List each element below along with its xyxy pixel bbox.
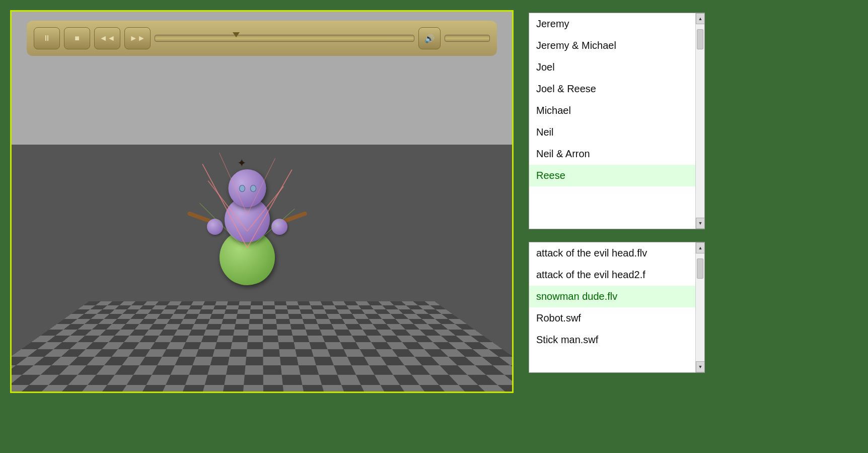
character-scroll-down[interactable]: ▼: [696, 218, 705, 229]
volume-icon: 🔊: [424, 34, 435, 43]
video-list-item-stickman[interactable]: Stick man.swf: [529, 329, 695, 351]
character-scroll-up[interactable]: ▲: [696, 13, 705, 24]
snowman-head: [228, 169, 266, 207]
video-list-item-attack1[interactable]: attack of the evil head.flv: [529, 242, 695, 264]
video-list-scrollbar[interactable]: ▲ ▼: [695, 242, 704, 372]
progress-bar[interactable]: [155, 35, 414, 42]
character-list-content: Jeremy Jeremy & Michael Joel Joel & Rees…: [529, 13, 695, 186]
video-scroll-down[interactable]: ▼: [696, 361, 705, 372]
rewind-icon: ◄◄: [99, 34, 115, 43]
video-list-item-snowman[interactable]: snowman dude.flv: [529, 286, 695, 307]
video-list-item-robot[interactable]: Robot.swf: [529, 307, 695, 329]
character-list-box: Jeremy Jeremy & Michael Joel Joel & Rees…: [529, 13, 705, 229]
video-scroll-up[interactable]: ▲: [696, 242, 705, 253]
character-list-item-neil-arron[interactable]: Neil & Arron: [529, 143, 695, 165]
forward-button[interactable]: ►►: [124, 27, 151, 49]
stop-button[interactable]: ■: [64, 27, 90, 49]
pause-icon: ⏸: [43, 34, 51, 43]
stop-icon: ■: [75, 34, 80, 43]
video-list-box: attack of the evil head.flv attack of th…: [529, 242, 705, 373]
snowman-eye-left: [239, 185, 245, 192]
snowman-side-right: [271, 219, 287, 235]
character-list-item-neil[interactable]: Neil: [529, 121, 695, 143]
right-panels: Jeremy Jeremy & Michael Joel Joel & Rees…: [529, 13, 705, 373]
snowman-side-left: [207, 219, 223, 235]
character-list-scrollbar[interactable]: ▲ ▼: [695, 13, 704, 229]
video-player: ⏸ ■ ◄◄ ►► 🔊: [10, 10, 514, 393]
video-scroll-thumb[interactable]: [697, 258, 703, 279]
video-scroll-track: [696, 253, 704, 361]
volume-level: [445, 35, 467, 41]
character-list-item-reese[interactable]: Reese: [529, 165, 695, 186]
snowman-hair: [240, 159, 255, 174]
character-scroll-track: [696, 24, 704, 218]
volume-slider[interactable]: [445, 35, 490, 42]
snowman-eye-right: [250, 185, 256, 192]
video-list-content: attack of the evil head.flv attack of th…: [529, 242, 695, 351]
scene-floor: [10, 301, 514, 392]
character-list-item-jeremy[interactable]: Jeremy: [529, 13, 695, 35]
forward-icon: ►►: [129, 34, 146, 43]
video-list-item-attack2[interactable]: attack of the evil head2.f: [529, 264, 695, 286]
progress-indicator: [233, 32, 240, 37]
volume-button[interactable]: 🔊: [418, 27, 441, 49]
snowman-character: [202, 124, 293, 285]
character-list-item-joel[interactable]: Joel: [529, 56, 695, 78]
character-list-item-jeremy-michael[interactable]: Jeremy & Michael: [529, 35, 695, 56]
rewind-button[interactable]: ◄◄: [94, 27, 120, 49]
character-scroll-thumb[interactable]: [697, 29, 703, 49]
controls-bar: ⏸ ■ ◄◄ ►► 🔊: [27, 21, 497, 56]
character-list-item-joel-reese[interactable]: Joel & Reese: [529, 78, 695, 100]
character-list-item-michael[interactable]: Michael: [529, 100, 695, 121]
pause-button[interactable]: ⏸: [34, 27, 60, 49]
